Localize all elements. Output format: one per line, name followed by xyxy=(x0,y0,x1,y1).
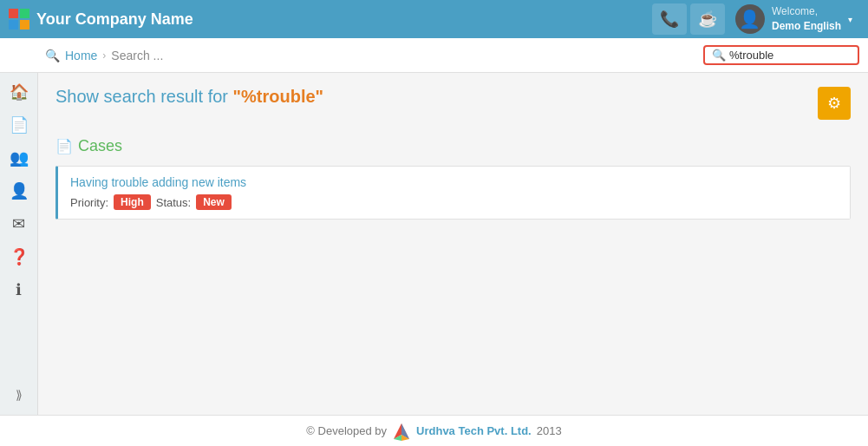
footer-company-link[interactable]: Urdhva Tech Pvt. Ltd. xyxy=(416,424,532,437)
settings-icon: ⚙ xyxy=(827,94,841,113)
sidebar-item-help[interactable]: ❓ xyxy=(3,241,36,272)
sidebar-item-contacts[interactable]: 👥 xyxy=(3,142,36,174)
sidebar-item-info[interactable]: ℹ xyxy=(3,274,36,305)
sidebar: 🏠 📄 👥 👤 ✉ ❓ ℹ ⟫ xyxy=(0,73,38,415)
footer-logo xyxy=(392,422,411,441)
phone-icon: 📞 xyxy=(660,10,679,29)
case-meta: Priority: High Status: New xyxy=(70,194,838,210)
cases-label: Cases xyxy=(78,137,122,155)
dropdown-arrow-icon: ▾ xyxy=(848,15,852,24)
top-bar-actions: 📞 ☕ 👤 Welcome, Demo English ▾ xyxy=(652,1,859,37)
sidebar-item-mail[interactable]: ✉ xyxy=(3,208,36,239)
page-title: Show search result for "%trouble" xyxy=(55,87,323,107)
breadcrumb-bar: 🔍 Home › Search ... 🔍 xyxy=(0,38,868,73)
page-header: Show search result for "%trouble" ⚙ xyxy=(55,87,851,120)
breadcrumb-home[interactable]: Home xyxy=(65,49,97,62)
status-badge: New xyxy=(196,194,232,210)
sidebar-item-home[interactable]: 🏠 xyxy=(3,76,36,108)
search-term-highlight: "%trouble" xyxy=(233,87,324,106)
search-input[interactable] xyxy=(729,49,851,62)
breadcrumb-separator: › xyxy=(102,49,106,62)
cases-section: 📄 Cases Having trouble adding new items … xyxy=(55,137,851,220)
chat-icon: ☕ xyxy=(698,10,717,29)
breadcrumb-search-icon: 🔍 xyxy=(45,49,60,62)
cases-icon: 📄 xyxy=(55,138,73,154)
username: Demo English xyxy=(772,19,841,34)
company-name: Your Company Name xyxy=(36,10,193,29)
user-menu[interactable]: 👤 Welcome, Demo English ▾ xyxy=(728,1,859,37)
status-label: Status: xyxy=(156,196,191,209)
sidebar-expand-button[interactable]: ⟫ xyxy=(3,382,36,408)
search-box[interactable]: 🔍 xyxy=(703,45,859,65)
priority-label: Priority: xyxy=(70,196,108,209)
search-box-icon: 🔍 xyxy=(712,49,726,62)
breadcrumb-current: Search ... xyxy=(111,49,163,62)
welcome-text: Welcome, xyxy=(772,4,841,19)
chat-button[interactable]: ☕ xyxy=(690,3,725,35)
main-layout: 🏠 📄 👥 👤 ✉ ❓ ℹ ⟫ Show search result for "… xyxy=(0,73,868,415)
footer-year: 2013 xyxy=(537,424,562,437)
settings-button[interactable]: ⚙ xyxy=(818,87,851,120)
top-bar: Your Company Name 📞 ☕ 👤 Welcome, Demo En… xyxy=(0,0,868,38)
company-logo-area: Your Company Name xyxy=(9,9,652,30)
cases-section-title: 📄 Cases xyxy=(55,137,851,155)
sidebar-item-documents[interactable]: 📄 xyxy=(3,109,36,141)
phone-button[interactable]: 📞 xyxy=(652,3,687,35)
case-list-item[interactable]: Having trouble adding new items Priority… xyxy=(55,166,851,220)
footer: © Developed by Urdhva Tech Pvt. Ltd. 201… xyxy=(0,415,868,446)
expand-icon: ⟫ xyxy=(16,388,23,402)
grid-icon xyxy=(9,9,29,30)
page-title-prefix: Show search result for xyxy=(55,87,233,106)
priority-badge: High xyxy=(114,194,151,210)
avatar: 👤 xyxy=(735,4,765,34)
case-title: Having trouble adding new items xyxy=(70,175,838,189)
footer-copyright: © Developed by xyxy=(306,424,387,437)
main-content: Show search result for "%trouble" ⚙ 📄 Ca… xyxy=(38,73,868,415)
sidebar-item-users[interactable]: 👤 xyxy=(3,175,36,207)
